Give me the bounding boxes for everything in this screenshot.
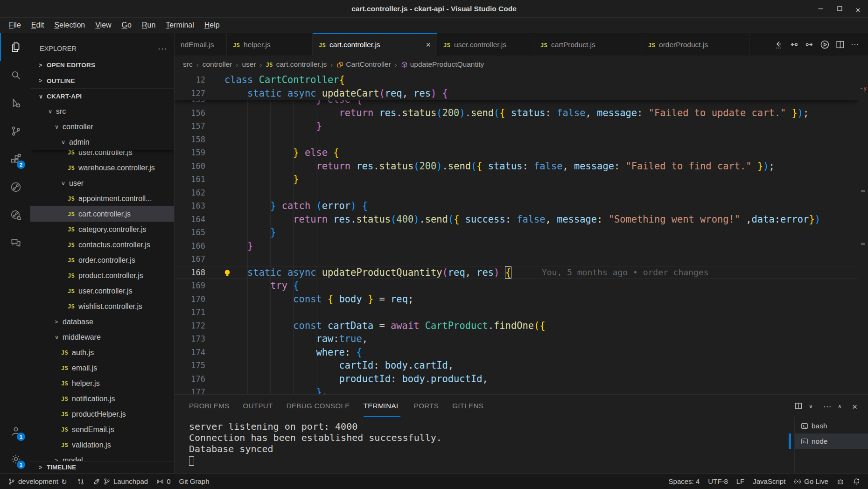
panel-body: server listening on port: 4000Connection… <box>175 417 868 473</box>
menu-terminal[interactable]: Terminal <box>161 21 199 29</box>
menu-help[interactable]: Help <box>199 21 225 29</box>
close-icon[interactable]: × <box>420 40 431 50</box>
menu-run[interactable]: Run <box>137 21 161 29</box>
tree-item-admin[interactable]: ∨admin <box>30 134 174 150</box>
activity-comments[interactable] <box>0 229 30 257</box>
maximize-panel-icon: ∧ <box>838 402 846 410</box>
line-number: 169 <box>175 281 205 290</box>
sidebar-section-outline[interactable]: >OUTLINE <box>30 73 174 88</box>
terminal-output[interactable]: server listening on port: 4000Connection… <box>175 417 794 473</box>
menu-go[interactable]: Go <box>117 21 137 29</box>
tree-item-helper-js[interactable]: JShelper.js <box>30 376 174 391</box>
tree-item-auth-js[interactable]: JSauth.js <box>30 345 174 360</box>
tab-ndemail-js[interactable]: ndEmail.js <box>175 33 227 56</box>
status-encoding[interactable]: UTF-8 <box>704 474 732 489</box>
code-text: return res.status(200).send({ status: fa… <box>224 161 775 172</box>
tree-item-product-controller-js[interactable]: JSproduct.controller.js <box>30 268 174 283</box>
tab-helper-js[interactable]: JShelper.js <box>227 33 313 56</box>
status-broadcast-count[interactable]: 0 <box>152 474 175 489</box>
tree-item-order-controller-js[interactable]: JSorder.controller.js <box>30 252 174 268</box>
code-editor[interactable]: 155 } else {156 return res.status(200).s… <box>175 73 868 394</box>
tree-item-controller[interactable]: ∨controller <box>30 119 174 134</box>
tree-item-warehouse-controller-js[interactable]: JSwarehouse.controller.js <box>30 160 174 175</box>
activity-source-control[interactable] <box>0 117 30 145</box>
tree-item-wishlist-controller-js[interactable]: JSwishlist.controller.js <box>30 299 174 314</box>
breadcrumb-updateproductquantity[interactable]: updateProductQuantity <box>401 60 484 69</box>
terminal-icon <box>801 422 808 430</box>
menu-view[interactable]: View <box>90 21 116 29</box>
panel-tab-ports[interactable]: PORTS <box>414 395 439 417</box>
status-git-compare[interactable] <box>73 474 89 489</box>
line-number: 176 <box>175 374 205 384</box>
status-git-branch[interactable]: development↻ <box>4 474 73 489</box>
panel-tab-debug-console[interactable]: DEBUG CONSOLE <box>287 395 350 417</box>
panel-tab-problems[interactable]: PROBLEMS <box>189 395 230 417</box>
comments-icon <box>10 237 22 249</box>
terminal-item-bash[interactable]: bash <box>795 418 868 433</box>
panel-tab-gitlens[interactable]: GITLENS <box>452 395 483 417</box>
tree-item-category-controller-js[interactable]: JScategory.controller.js <box>30 222 174 237</box>
tree-item-user-controller-js[interactable]: JSuser.controller.js <box>30 283 174 299</box>
activity-accounts[interactable]: 1 <box>0 417 30 445</box>
status-launchpad[interactable]: Launchpad <box>89 474 152 489</box>
tree-item-contactus-controller-js[interactable]: JScontactus.controller.js <box>30 237 174 252</box>
tree-item-middleware[interactable]: ∨middleware <box>30 329 174 345</box>
tree-item-appointment-controll[interactable]: JSappointment.controll... <box>30 191 174 206</box>
status-indentation[interactable]: Spaces: 4 <box>665 474 704 489</box>
activity-explorer[interactable] <box>0 33 30 61</box>
timeline-section[interactable]: > TIMELINE <box>30 461 174 473</box>
line-number: 157 <box>175 121 205 131</box>
tree-item-src[interactable]: ∨src <box>30 104 174 119</box>
tree-item-sendemail-js[interactable]: JSsendEmail.js <box>30 422 174 437</box>
code-text: } <box>224 120 322 132</box>
code-lines: 155 } else {156 return res.status(200).s… <box>175 93 858 394</box>
tree-item-cart-controller-js[interactable]: JScart.controller.js <box>30 206 174 222</box>
breadcrumb-cartcontroller[interactable]: CartController <box>336 60 391 69</box>
status-notifications[interactable] <box>848 474 864 489</box>
panel-tab-output[interactable]: OUTPUT <box>243 395 273 417</box>
status-language-mode[interactable]: JavaScript <box>749 474 790 489</box>
activity-settings[interactable]: 1 <box>0 445 30 473</box>
sidebar-section-open-editors[interactable]: >OPEN EDITORS <box>30 57 174 73</box>
status-git-graph[interactable]: Git Graph <box>175 474 214 489</box>
tab-cartproduct-js[interactable]: JScartProduct.js <box>534 33 642 56</box>
window-minimize-button[interactable] <box>817 5 824 12</box>
breadcrumb-user[interactable]: user <box>242 60 256 69</box>
tree-item-producthelper-js[interactable]: JSproductHelper.js <box>30 406 174 422</box>
menu-edit[interactable]: Edit <box>26 21 49 29</box>
panel-tab-terminal[interactable]: TERMINAL <box>364 395 400 417</box>
js-file-icon: JS <box>68 226 75 233</box>
code-text: } catch (error) { <box>224 200 368 211</box>
tree-item-validation-js[interactable]: JSvalidation.js <box>30 437 174 453</box>
tab-user-controller-js[interactable]: JSuser.controller.js <box>437 33 534 56</box>
overview-ruler[interactable]: -y <box>858 73 868 394</box>
tab-cart-controller-js[interactable]: JScart.controller.js× <box>313 33 437 56</box>
breadcrumb-src[interactable]: src <box>183 60 193 69</box>
status-go-live[interactable]: Go Live <box>790 474 833 489</box>
tab-orderproduct-js[interactable]: JSorderProduct.js <box>642 33 750 56</box>
tree-item-email-js[interactable]: JSemail.js <box>30 360 174 376</box>
vscode-window: { "window": { "title": "cart.controller.… <box>0 0 868 489</box>
status-copilot[interactable] <box>833 474 848 489</box>
panel-header: PROBLEMSOUTPUTDEBUG CONSOLETERMINALPORTS… <box>175 395 868 417</box>
activity-run-and-debug[interactable] <box>0 89 30 117</box>
menu-file[interactable]: File <box>4 21 26 29</box>
activity-search[interactable] <box>0 61 30 89</box>
menu-selection[interactable]: Selection <box>49 21 90 29</box>
breadcrumb-controller[interactable]: controller <box>203 60 232 69</box>
tree-item-user[interactable]: ∨user <box>30 175 174 191</box>
activity-git-graph[interactable] <box>0 173 30 201</box>
tree-item-label: OUTLINE <box>47 77 75 84</box>
tree-item-notification-js[interactable]: JSnotification.js <box>30 391 174 406</box>
activity-gitlens[interactable] <box>0 201 30 229</box>
tree-item-database[interactable]: >database <box>30 314 174 329</box>
terminal-item-node[interactable]: node <box>795 433 868 449</box>
window-close-button[interactable]: × <box>855 5 862 12</box>
explorer-more-button[interactable]: ··· <box>158 44 168 54</box>
breadcrumb-cart-controller-js[interactable]: JScart.controller.js <box>266 60 327 69</box>
code-line-158: 158 <box>175 133 858 147</box>
sidebar-section-ckart-api[interactable]: ∨CKART-API <box>30 88 174 104</box>
window-maximize-button[interactable] <box>836 5 843 12</box>
activity-extensions[interactable]: 2 <box>0 145 30 173</box>
status-eol[interactable]: LF <box>732 474 749 489</box>
